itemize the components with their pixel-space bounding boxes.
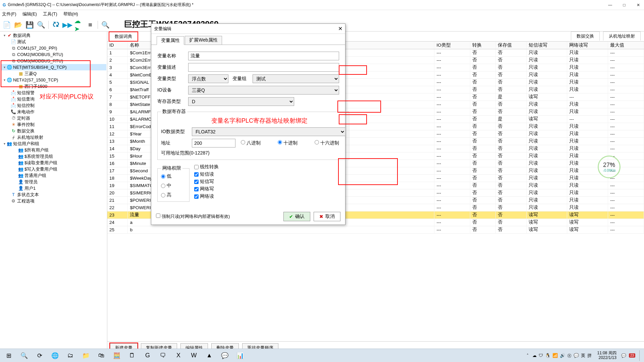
table-row[interactable]: 25b---否否读写读写--- — [107, 226, 644, 233]
toolbar-new-icon[interactable]: 📄 — [2, 20, 11, 29]
tree-item[interactable]: ▾🌐NET(MITSUBISHI_Q_TCP) — [1, 64, 106, 70]
taskbar-app-icon[interactable]: 🗨 — [156, 350, 170, 361]
close-button[interactable]: ✕ — [635, 2, 641, 8]
check-net-read[interactable]: 网络读 — [194, 193, 219, 199]
tree-item[interactable]: 👤用户1 — [1, 185, 106, 191]
toolbar-open-icon[interactable]: 📂 — [13, 20, 23, 29]
tree-item[interactable]: ⧉COM2(MODBUS_RTU) — [1, 51, 106, 58]
menu-file[interactable]: 文件(F) — [2, 11, 16, 17]
tree-item[interactable]: ▾✔数据词典 — [1, 32, 106, 39]
expand-icon[interactable]: ▾ — [2, 65, 7, 69]
taskbar-app-icon[interactable]: 🔍 — [17, 350, 31, 361]
taskbar-app-icon[interactable]: 🧮 — [110, 350, 123, 361]
expand-icon[interactable]: ▾ — [2, 78, 7, 82]
radio-perm-low[interactable]: 低 — [161, 173, 186, 179]
taskbar-app-icon[interactable]: 📊 — [233, 350, 247, 361]
check-sms-write[interactable]: 短信写 — [194, 179, 219, 185]
cancel-button[interactable]: ✖取消 — [314, 212, 340, 221]
tree-item[interactable]: ⏱定时器 — [1, 115, 106, 121]
taskbar-app-icon[interactable]: 📁 — [79, 350, 93, 361]
toolbar-run-icon[interactable]: ▶▶ — [63, 20, 72, 29]
toolbar-zoom-icon[interactable]: 🔍 — [101, 20, 110, 29]
taskbar-app-icon[interactable]: 🗒 — [125, 350, 139, 361]
toolbar-stop-icon[interactable]: ■ — [86, 20, 95, 29]
menu-tools[interactable]: 工具(T) — [43, 11, 57, 17]
column-header[interactable]: 保存值 — [496, 42, 526, 49]
tray-icon[interactable]: 🐧 — [545, 353, 550, 358]
tray-icon[interactable]: ㉆ — [567, 353, 572, 358]
taskbar-app-icon[interactable]: ⊞ — [2, 350, 15, 361]
taskbar-app-icon[interactable]: X — [172, 350, 185, 361]
tree-item[interactable]: 👥普通用户组 — [1, 172, 106, 179]
taskbar-app-icon[interactable]: 💬 — [218, 350, 231, 361]
check-sms-read[interactable]: 短信读 — [194, 171, 219, 177]
column-header[interactable]: ID — [107, 42, 128, 49]
check-net-write[interactable]: 网络写 — [194, 186, 219, 192]
taskbar-app-icon[interactable]: ▲ — [203, 350, 216, 361]
minimize-button[interactable]: — — [607, 2, 613, 8]
tree-item[interactable]: ᚋ从机地址映射 — [1, 134, 106, 140]
tree-item[interactable]: 👥$读取变量用户组 — [1, 160, 106, 166]
toolbar-save-icon[interactable]: 💾 — [25, 20, 34, 29]
tree-item[interactable]: ✳事件控制 — [1, 121, 106, 128]
tree-item[interactable]: 👥$所有用户组 — [1, 147, 106, 153]
check-linear[interactable]: 线性转换 — [194, 164, 219, 170]
dialog-close-icon[interactable]: ✕ — [338, 25, 342, 32]
notification-icon[interactable]: 💬 — [621, 353, 626, 358]
taskbar-app-icon[interactable]: G — [141, 350, 154, 361]
tree-item[interactable]: ⚙工程选项 — [1, 198, 106, 204]
taskbar-app-icon[interactable]: 🗂 — [64, 350, 77, 361]
radio-perm-high[interactable]: 高 — [161, 192, 186, 198]
tree-item[interactable]: ⧉COM1(S7_200_PPI) — [1, 45, 106, 51]
windows-taskbar[interactable]: ⊞🔍⟳🌐🗂📁🛍🧮🗒G🗨XW▲💬📊 ˄ ☁🛡🐧📶🔊㉆💬英拼 11:08 周四202… — [0, 349, 644, 362]
input-var-desc[interactable] — [188, 63, 339, 72]
toolbar-search-icon[interactable]: 🔍 — [36, 20, 46, 29]
radio-octal[interactable]: 八进制 — [241, 140, 272, 146]
column-header[interactable]: 转换 — [470, 42, 496, 49]
column-header[interactable]: IO类型 — [434, 42, 470, 49]
tree-item[interactable]: 📩短信查询 — [1, 96, 106, 102]
tree-item[interactable]: 📄测试 — [1, 39, 106, 45]
tray-icon[interactable]: 🛡 — [539, 353, 543, 358]
tree-item[interactable]: ⧉COM3(MODBUS_RTU) — [1, 58, 106, 64]
column-header[interactable]: 最大值 — [608, 42, 644, 49]
expand-icon[interactable]: ▾ — [2, 34, 7, 37]
tray-icon[interactable]: 英 — [581, 353, 585, 358]
tree-item[interactable]: ▦西门子1500 — [1, 83, 106, 89]
column-header[interactable]: 短信读写 — [526, 42, 567, 49]
tray-icon[interactable]: 🔊 — [560, 353, 565, 358]
select-var-type[interactable]: 浮点数 — [188, 74, 228, 83]
tree-item[interactable]: 📩短信控制 — [1, 102, 106, 109]
taskbar-app-icon[interactable]: 🛍 — [95, 350, 108, 361]
tree-item[interactable]: ▦三菱Q — [1, 70, 106, 77]
radio-decimal[interactable]: 十进制 — [278, 140, 309, 146]
tree-item[interactable]: 👥$写入变量用户组 — [1, 166, 106, 172]
tab-data-exchange[interactable]: 数据交换 — [571, 32, 600, 41]
tree-item[interactable]: ▾🌐NET#2(S7_1500_TCP) — [1, 77, 106, 83]
select-register-type[interactable]: D — [188, 97, 294, 106]
tree-item[interactable]: 📞来电动作 — [1, 109, 106, 115]
tree-item[interactable]: ↻数据交换 — [1, 128, 106, 134]
radio-hex[interactable]: 十六进制 — [315, 140, 345, 146]
dialog-tab-properties[interactable]: 变量属性 — [157, 36, 184, 45]
select-io-device[interactable]: 三菱Q — [188, 86, 339, 95]
taskbar-clock[interactable]: 11:08 周四2022/1/13 — [595, 351, 619, 360]
maximize-button[interactable]: □ — [621, 2, 627, 8]
tab-data-dictionary[interactable]: 数据词典 — [109, 32, 138, 42]
toolbar-cloud-icon[interactable]: ☁➤ — [74, 20, 84, 29]
tray-icon[interactable]: 📶 — [552, 353, 558, 358]
toolbar-refresh-icon[interactable]: 🗘 — [51, 20, 61, 29]
show-desktop-button[interactable] — [639, 350, 642, 361]
tree-item[interactable]: 👥$系统管理员组 — [1, 153, 106, 160]
taskbar-app-icon[interactable]: W — [187, 350, 201, 361]
dialog-tab-web[interactable]: 扩展Web属性 — [185, 36, 222, 45]
tray-icon[interactable]: ☁ — [532, 353, 537, 358]
tray-icon[interactable]: 拼 — [587, 353, 592, 358]
taskbar-app-icon[interactable]: 🌐 — [48, 350, 62, 361]
tray-chevron-icon[interactable]: ˄ — [527, 353, 529, 358]
input-address[interactable] — [192, 139, 235, 147]
tree-item[interactable]: T多状态文本 — [1, 191, 106, 198]
input-var-name[interactable] — [188, 52, 339, 60]
menu-edit[interactable]: 编辑(E) — [22, 11, 37, 17]
tray-icon[interactable]: 💬 — [574, 353, 579, 358]
